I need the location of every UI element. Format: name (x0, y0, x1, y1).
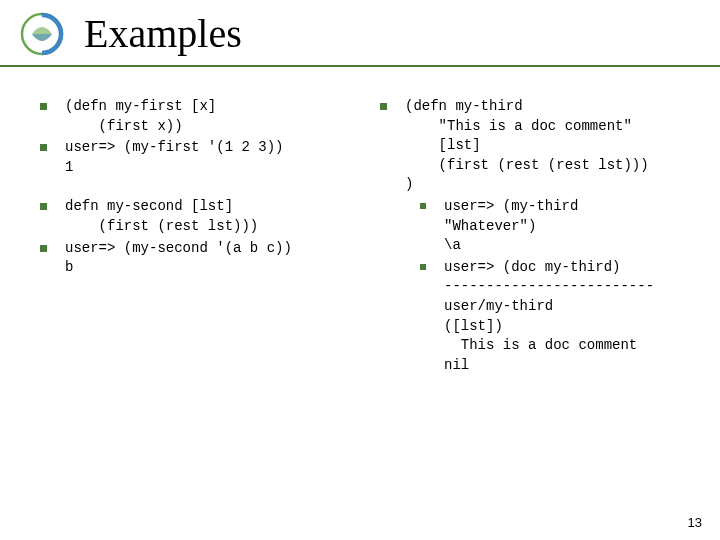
code-text: user=> (my-third "Whatever") \a (444, 197, 578, 256)
code-text: user=> (my-first '(1 2 3)) 1 (65, 138, 283, 177)
bullet-icon (40, 103, 47, 110)
code-text: (defn my-third "This is a doc comment" [… (405, 97, 649, 195)
page-number: 13 (688, 515, 702, 530)
list-item: (defn my-third "This is a doc comment" [… (380, 97, 690, 195)
code-text: defn my-second [lst] (first (rest lst))) (65, 197, 258, 236)
slide-header: Examples (0, 0, 720, 67)
list-item: defn my-second [lst] (first (rest lst))) (40, 197, 350, 236)
bullet-icon (420, 264, 426, 270)
list-item: user=> (my-first '(1 2 3)) 1 (40, 138, 350, 177)
list-item: (defn my-first [x] (first x)) (40, 97, 350, 136)
code-text: user=> (doc my-third) ------------------… (444, 258, 654, 376)
list-item: user=> (doc my-third) ------------------… (420, 258, 690, 376)
list-item: user=> (my-third "Whatever") \a (420, 197, 690, 256)
bullet-icon (40, 203, 47, 210)
code-text: user=> (my-second '(a b c)) b (65, 239, 292, 278)
bullet-icon (40, 245, 47, 252)
list-item: user=> (my-second '(a b c)) b (40, 239, 350, 278)
slide-content: (defn my-first [x] (first x)) user=> (my… (0, 67, 720, 377)
left-column: (defn my-first [x] (first x)) user=> (my… (40, 97, 350, 377)
code-text: (defn my-first [x] (first x)) (65, 97, 216, 136)
bullet-icon (40, 144, 47, 151)
bullet-icon (420, 203, 426, 209)
right-column: (defn my-third "This is a doc comment" [… (380, 97, 690, 377)
slide-title: Examples (84, 10, 242, 57)
clojure-logo-icon (20, 12, 64, 56)
bullet-icon (380, 103, 387, 110)
